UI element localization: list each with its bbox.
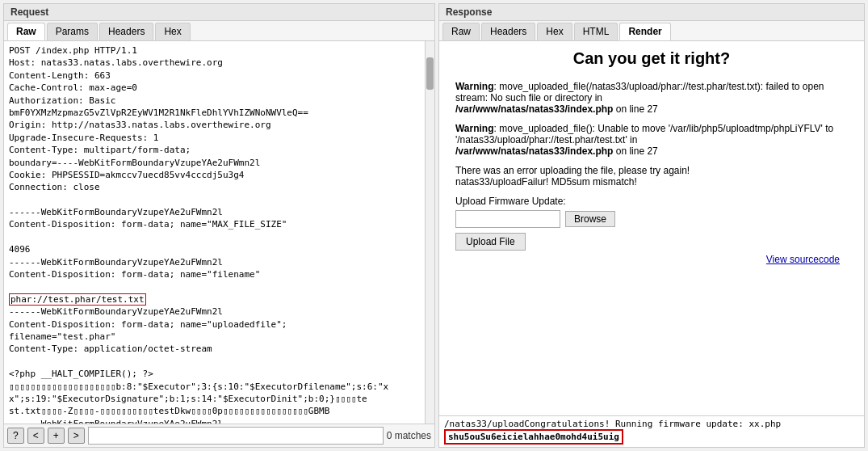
browse-button[interactable]: Browse <box>565 211 615 227</box>
response-bottom-line2: shu5ouSu6eicielahhae0mohd4ui5uig <box>444 429 623 445</box>
tab-headers-request[interactable]: Headers <box>99 23 153 40</box>
warning2-text: : move_uploaded_file(): Unable to move '… <box>455 123 833 145</box>
tab-hex-response[interactable]: Hex <box>537 23 572 40</box>
warning2-path: /var/www/natas/natas33/index.php <box>455 145 613 157</box>
warning1-text: : move_uploaded_file(/natas33/upload/pha… <box>455 81 824 103</box>
response-bottom: /natas33/uploadCongratulations! Running … <box>439 415 864 447</box>
request-tabs: Raw Params Headers Hex <box>4 21 434 41</box>
question-button[interactable]: ? <box>7 428 24 444</box>
upload-label: Upload Firmware Update: <box>455 196 848 207</box>
request-panel: Request Raw Params Headers Hex POST /ind… <box>3 3 435 448</box>
request-text-line1: POST /index.php HTTP/1.1 Host: natas33.n… <box>9 45 308 280</box>
add-button[interactable]: + <box>48 428 65 444</box>
tab-headers-response[interactable]: Headers <box>481 23 535 40</box>
view-source-link[interactable]: View sourcecode <box>455 251 848 268</box>
render-page-title: Can you get it right? <box>455 49 848 68</box>
error-text: There was an error uploading the file, p… <box>455 165 848 176</box>
md5-text: natas33/uploadFailur! MD5sum mismatch! <box>455 176 848 188</box>
tab-render-response[interactable]: Render <box>619 23 670 40</box>
next-button[interactable]: > <box>68 428 85 444</box>
request-bottom-bar: ? < + > 0 matches <box>4 424 434 447</box>
response-bottom-line1: /natas33/uploadCongratulations! Running … <box>444 419 859 429</box>
warning1-path: /var/www/natas/natas33/index.php <box>455 103 613 115</box>
request-scrollbar-thumb <box>426 57 434 90</box>
response-panel-title: Response <box>439 4 864 21</box>
warning2-label: Warning <box>455 123 494 134</box>
request-text-line2: ------WebKitFormBoundaryVzupeYAe2uFWmn2l… <box>9 306 388 424</box>
search-input[interactable] <box>88 427 384 445</box>
upload-section: Upload Firmware Update: Browse Upload Fi… <box>455 196 848 251</box>
warning2-line: on line 27 <box>616 145 658 157</box>
tab-hex-request[interactable]: Hex <box>155 23 190 40</box>
matches-label: 0 matches <box>387 430 431 441</box>
warning1-label: Warning <box>455 81 494 92</box>
response-panel: Response Raw Headers Hex HTML Render Can… <box>438 3 865 448</box>
upload-file-button[interactable]: Upload File <box>455 233 526 251</box>
tab-raw-response[interactable]: Raw <box>442 23 480 40</box>
request-panel-title: Request <box>4 4 434 21</box>
phar-highlighted: phar://test.phar/test.txt <box>9 293 146 306</box>
request-content: POST /index.php HTTP/1.1 Host: natas33.n… <box>4 41 425 424</box>
tab-html-response[interactable]: HTML <box>574 23 619 40</box>
warning-block-2: Warning: move_uploaded_file(): Unable to… <box>455 123 848 157</box>
warning-block-1: Warning: move_uploaded_file(/natas33/upl… <box>455 81 848 115</box>
warning1-line: on line 27 <box>616 103 658 115</box>
upload-file-input[interactable] <box>455 210 560 228</box>
prev-button[interactable]: < <box>27 428 44 444</box>
request-scrollbar[interactable] <box>425 41 434 424</box>
upload-row: Browse <box>455 210 848 228</box>
render-content: Can you get it right? Warning: move_uplo… <box>439 41 864 415</box>
response-tabs: Raw Headers Hex HTML Render <box>439 21 864 41</box>
tab-params-request[interactable]: Params <box>47 23 98 40</box>
tab-raw-request[interactable]: Raw <box>7 23 45 40</box>
